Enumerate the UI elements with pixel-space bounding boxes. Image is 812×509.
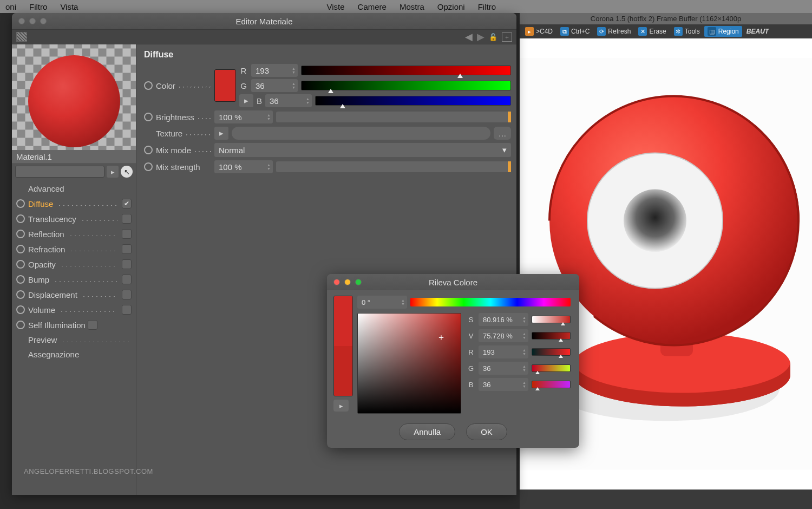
menu-item[interactable]: Filtro bbox=[29, 2, 47, 11]
svg-point-8 bbox=[624, 190, 686, 252]
channel-self-illumination[interactable]: Self Illumination bbox=[14, 317, 136, 332]
lock-icon[interactable]: 🔓 bbox=[489, 33, 497, 41]
channel-opacity[interactable]: Opacity bbox=[14, 257, 136, 272]
pr-r-field[interactable]: 193▲▼ bbox=[479, 345, 528, 358]
pr-g-field[interactable]: 36▲▼ bbox=[479, 362, 528, 375]
pr-g-slider[interactable] bbox=[532, 364, 571, 372]
chevron-down-icon: ▾ bbox=[502, 145, 507, 155]
fb-copy-button[interactable]: ⧉Ctrl+C bbox=[557, 26, 593, 37]
channel-reflection[interactable]: Reflection bbox=[14, 226, 136, 242]
texture-hatch-icon[interactable] bbox=[16, 32, 27, 42]
sv-picker-box[interactable]: ＋ bbox=[357, 313, 461, 414]
spinner-icon[interactable]: ▲▼ bbox=[267, 113, 271, 121]
mixstrength-field[interactable]: 100 %▲▼ bbox=[214, 160, 273, 173]
material-name-field[interactable]: Material.1 bbox=[12, 150, 136, 164]
fb-c4d-button[interactable]: ▸>C4D bbox=[522, 26, 556, 37]
menu-item[interactable]: Camere bbox=[358, 2, 387, 11]
ok-button[interactable]: OK bbox=[466, 423, 507, 440]
sv-cursor[interactable]: ＋ bbox=[437, 332, 446, 343]
channel-bump[interactable]: Bump bbox=[14, 272, 136, 287]
bump-checkbox[interactable] bbox=[122, 275, 132, 284]
frame-buffer-title: Corona 1.5 (hotfix 2) Frame Buffer (1162… bbox=[520, 13, 812, 24]
s-label: S bbox=[467, 316, 475, 324]
channel-assegnazione[interactable]: Assegnazione bbox=[14, 347, 136, 362]
refraction-checkbox[interactable] bbox=[122, 244, 132, 254]
menu-item[interactable]: Vista bbox=[60, 2, 78, 11]
nav-back-icon[interactable]: ◀ bbox=[465, 31, 473, 43]
cancel-button[interactable]: Annulla bbox=[399, 423, 455, 440]
pr-r-slider[interactable] bbox=[532, 348, 571, 356]
material-preview[interactable] bbox=[12, 44, 136, 150]
menu-item[interactable]: Viste bbox=[327, 2, 345, 11]
fb-tools-button[interactable]: ✲Tools bbox=[671, 26, 703, 37]
hue-slider[interactable] bbox=[410, 298, 571, 306]
new-icon[interactable]: ＋ bbox=[502, 32, 512, 42]
layer-picker-button[interactable]: ↖ bbox=[121, 166, 133, 178]
texture-arrow-button[interactable]: ▸ bbox=[214, 127, 228, 140]
nav-fwd-icon[interactable]: ▶ bbox=[477, 31, 484, 43]
volume-checkbox[interactable] bbox=[122, 305, 132, 315]
diffuse-checkbox[interactable]: ✔ bbox=[122, 199, 132, 208]
channel-preview[interactable]: Preview bbox=[14, 332, 136, 347]
r-slider[interactable] bbox=[301, 66, 511, 75]
editor-titlebar[interactable]: Editor Materiale bbox=[12, 13, 516, 29]
frame-buffer-toolbar: ▸>C4D ⧉Ctrl+C ⟳Refresh ✕Erase ✲Tools ◫Re… bbox=[520, 24, 812, 38]
spinner-icon[interactable]: ▲▼ bbox=[306, 97, 310, 105]
opacity-checkbox[interactable] bbox=[122, 259, 132, 269]
s-field[interactable]: 80.916 %▲▼ bbox=[479, 313, 528, 326]
s-slider[interactable] bbox=[532, 316, 571, 323]
channel-displacement[interactable]: Displacement bbox=[14, 287, 136, 302]
color-picker-dialog: Rileva Colore ▸ 0 °▲▼ bbox=[327, 274, 579, 448]
b-slider[interactable] bbox=[315, 96, 511, 106]
brightness-ring-icon[interactable] bbox=[144, 113, 153, 121]
fb-refresh-button[interactable]: ⟳Refresh bbox=[594, 26, 634, 37]
spinner-icon[interactable]: ▲▼ bbox=[292, 67, 296, 74]
old-new-color[interactable] bbox=[333, 296, 353, 396]
layer-field[interactable] bbox=[15, 166, 104, 178]
brightness-field[interactable]: 100 %▲▼ bbox=[214, 110, 273, 123]
spinner-icon[interactable]: ▲▼ bbox=[292, 82, 296, 89]
mixmode-select[interactable]: Normal▾ bbox=[214, 143, 511, 157]
v-slider[interactable] bbox=[532, 332, 571, 340]
brightness-slider[interactable] bbox=[276, 112, 511, 122]
texture-field[interactable] bbox=[232, 127, 490, 140]
mixstrength-ring-icon[interactable] bbox=[144, 162, 153, 171]
reflection-checkbox[interactable] bbox=[122, 229, 132, 239]
b-value-field[interactable]: 36▲▼ bbox=[265, 94, 312, 107]
watermark-text: ANGELOFERRETTI.BLOGSPOT.COM bbox=[24, 467, 153, 475]
fb-region-button[interactable]: ◫Region bbox=[704, 26, 742, 37]
mixmode-ring-icon[interactable] bbox=[144, 146, 153, 154]
channel-volume[interactable]: Volume bbox=[14, 302, 136, 317]
g-value-field[interactable]: 36▲▼ bbox=[251, 79, 298, 92]
channel-translucency[interactable]: Translucency bbox=[14, 211, 136, 226]
diffuse-section-title: Diffuse bbox=[144, 50, 511, 60]
translucency-checkbox[interactable] bbox=[122, 214, 132, 224]
menu-item[interactable]: oni bbox=[5, 2, 16, 11]
v-field[interactable]: 75.728 %▲▼ bbox=[479, 329, 528, 342]
self-illum-checkbox[interactable] bbox=[88, 320, 97, 330]
picker-arrow-button[interactable]: ▸ bbox=[333, 400, 349, 412]
menu-item[interactable]: Mostra bbox=[400, 2, 424, 11]
menu-item[interactable]: Opzioni bbox=[437, 2, 465, 11]
channel-advanced[interactable]: Advanced bbox=[14, 181, 136, 196]
spinner-icon[interactable]: ▲▼ bbox=[401, 298, 405, 306]
fb-erase-button[interactable]: ✕Erase bbox=[635, 26, 669, 37]
pr-b-slider[interactable] bbox=[532, 381, 571, 388]
channel-refraction[interactable]: Refraction bbox=[14, 242, 136, 257]
pr-b-field[interactable]: 36▲▼ bbox=[479, 378, 528, 391]
picker-titlebar[interactable]: Rileva Colore bbox=[327, 274, 579, 290]
color-model-button[interactable]: ▸ bbox=[239, 94, 253, 107]
color-ring-icon[interactable] bbox=[144, 81, 153, 90]
channel-diffuse[interactable]: Diffuse✔ bbox=[14, 196, 136, 211]
layer-arrow-button[interactable]: ▸ bbox=[107, 166, 119, 178]
spinner-icon[interactable]: ▲▼ bbox=[267, 163, 271, 171]
displacement-checkbox[interactable] bbox=[122, 290, 132, 299]
menu-item[interactable]: Filtro bbox=[478, 2, 496, 11]
diffuse-color-swatch[interactable] bbox=[214, 69, 236, 102]
r-value-field[interactable]: 193▲▼ bbox=[251, 64, 298, 77]
g-slider[interactable] bbox=[301, 81, 511, 90]
hue-field[interactable]: 0 °▲▼ bbox=[357, 296, 407, 309]
texture-browse-button[interactable]: … bbox=[494, 127, 511, 140]
fb-beauty-button[interactable]: BEAUT bbox=[743, 27, 772, 36]
mixstrength-slider[interactable] bbox=[276, 161, 511, 172]
